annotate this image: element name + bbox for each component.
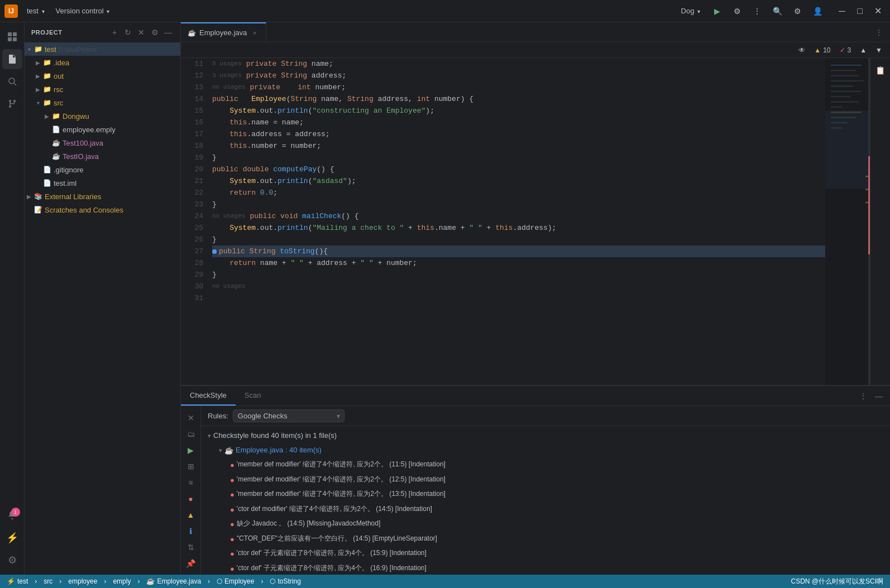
collapse-all-button[interactable]: ⊞ (183, 459, 199, 473)
tab-employee-java[interactable]: ☕ Employee.java × (181, 22, 266, 42)
sort-button[interactable]: ⇅ (183, 540, 199, 554)
activity-git-icon[interactable] (2, 94, 22, 114)
result-item-5[interactable]: ●"CTOR_DEF"之前应该有一个空白行。 (14:5) [EmptyLine… (201, 532, 890, 547)
tree-item-external-lib[interactable]: ▶📚External Libraries (25, 190, 180, 203)
tree-item-src[interactable]: ▾📁src (25, 96, 180, 109)
result-item-4[interactable]: ●缺少 Javadoc 。 (14:5) [MissingJavadocMeth… (201, 517, 890, 532)
tree-arrow-rsc: ▶ (34, 85, 42, 94)
hide-hints-button[interactable]: 👁 (795, 45, 808, 55)
svg-rect-16 (831, 96, 850, 97)
tree-item-out[interactable]: ▶📁out (25, 69, 180, 83)
nav-down-button[interactable]: ▼ (872, 45, 886, 55)
pin-button[interactable]: 📌 (183, 556, 199, 570)
result-item-7[interactable]: ●'ctor def' 子元素缩进了8个缩进符, 应为4个。 (16:9) [I… (201, 561, 890, 575)
status-class[interactable]: ⬡ Employee (214, 577, 256, 585)
menu-item-profile[interactable]: Dog ▾ (677, 4, 705, 17)
errors-button[interactable]: ✓ 3 (836, 45, 855, 55)
tree-arrow-test-iml (34, 179, 42, 187)
line-num-15: 15 (185, 105, 203, 117)
code-text-18: this.number = number; (212, 140, 321, 152)
panel-close-button[interactable]: — (872, 389, 886, 403)
status-file[interactable]: ☕ Employee.java (144, 577, 203, 585)
bottom-tab-right: ⋮ — (856, 386, 890, 406)
search-button[interactable]: 🔍 (769, 3, 785, 19)
status-method[interactable]: ⬡ toString (267, 577, 303, 585)
code-line-18: this.number = number; (212, 140, 825, 152)
result-item-2[interactable]: ●'member def modifier' 缩进了4个缩进符, 应为2个。 (… (201, 487, 890, 502)
tree-arrow-testio (42, 152, 51, 161)
code-line-29: return name + " " + address + " " + numb… (212, 257, 825, 269)
rules-select[interactable]: Google Checks (233, 409, 344, 422)
code-lines: 5 usagesprivate String name;3 usagespriv… (208, 58, 825, 385)
tree-item-testio[interactable]: ☕TestIO.java (25, 150, 180, 163)
result-tree: ▾Checkstyle found 40 item(s) in 1 file(s… (201, 426, 890, 575)
status-employee[interactable]: employee (66, 577, 99, 585)
result-item-6[interactable]: ●'ctor def' 子元素缩进了8个缩进符, 应为4个。 (15:9) [I… (201, 546, 890, 561)
sidebar-settings-icon[interactable]: ⚙ (149, 27, 160, 38)
usage-hint-24: no usages (212, 210, 245, 222)
svg-rect-18 (831, 107, 842, 108)
warning-filter-button[interactable]: ▲ (183, 508, 199, 522)
run-button[interactable]: ▶ (709, 3, 725, 19)
status-src[interactable]: src (41, 577, 55, 585)
stop-button[interactable]: ✕ (183, 411, 199, 425)
tab-close-button[interactable]: × (250, 28, 259, 37)
nav-up-button[interactable]: ▲ (856, 45, 870, 55)
tree-item-test-iml[interactable]: 📄test.iml (25, 176, 180, 190)
tree-item-test[interactable]: ▾📁test D:\javaPrj\test (25, 42, 180, 56)
result-summary[interactable]: ▾Checkstyle found 40 item(s) in 1 file(s… (201, 428, 890, 443)
tree-item-employee-emply[interactable]: 📄employee.emply (25, 123, 180, 136)
build-button[interactable]: ⚙ (729, 3, 745, 19)
tree-item-gitignore[interactable]: 📄.gitignore (25, 163, 180, 176)
warnings-button[interactable]: ▲ 10 (811, 45, 834, 55)
file-icon-external-lib: 📚 (34, 192, 42, 201)
tree-item-test100[interactable]: ☕Test100.java (25, 136, 180, 150)
tree-item-dongwu[interactable]: ▶📁Dongwu (25, 109, 180, 123)
settings-button[interactable]: ⚙ (789, 3, 805, 19)
svg-rect-12 (831, 75, 859, 76)
activity-bottom-icon[interactable]: ⚙ (2, 550, 22, 570)
tree-item-rsc[interactable]: ▶📁rsc (25, 83, 180, 96)
people-button[interactable]: 👤 (810, 3, 825, 19)
sidebar-collapse-icon[interactable]: — (162, 27, 174, 38)
menu-item-project[interactable]: test ▾ (22, 4, 49, 17)
tree-item-idea[interactable]: ▶📁.idea (25, 56, 180, 69)
clear-button[interactable]: 🗂 (183, 427, 199, 441)
more-menu-button[interactable]: ⋮ (749, 3, 765, 19)
tab-checkstyle[interactable]: CheckStyle (181, 386, 236, 406)
info-filter-button[interactable]: ℹ (183, 524, 199, 538)
line-num-18: 18 (185, 140, 203, 152)
tree-item-scratches[interactable]: 📝Scratches and Consoles (25, 203, 180, 216)
code-editor[interactable]: 1112131415161718192021222324252627282930… (181, 58, 825, 385)
svg-rect-2 (8, 37, 12, 41)
sidebar-add-icon[interactable]: + (109, 27, 120, 38)
status-project-label: test (17, 577, 28, 585)
status-emply[interactable]: emply (111, 577, 133, 585)
app-logo: IJ (4, 4, 18, 18)
status-project[interactable]: ⚡ test (4, 577, 30, 585)
activity-search-icon[interactable] (2, 71, 22, 91)
panel-more-button[interactable]: ⋮ (856, 389, 870, 403)
file-icon-out: 📁 (42, 71, 51, 80)
expand-all-button[interactable]: ≡ (183, 475, 199, 489)
menu-item-version-control[interactable]: Version control ▾ (51, 4, 114, 17)
result-item-3[interactable]: ●'ctor def modifier' 缩进了4个缩进符, 应为2个。 (14… (201, 502, 890, 517)
sidebar-close-icon[interactable]: ✕ (136, 27, 147, 38)
activity-plugins-icon[interactable]: ⚡ (2, 528, 22, 548)
result-file[interactable]: ▾☕Employee.java : 40 item(s) (201, 443, 890, 458)
error-filter-button[interactable]: ● (183, 491, 199, 505)
minimize-button[interactable]: ─ (834, 3, 850, 19)
run-check-button[interactable]: ▶ (183, 443, 199, 457)
tab-more-button[interactable]: ⋮ (872, 26, 886, 39)
tab-scan[interactable]: Scan (236, 386, 270, 406)
right-panel-btn1[interactable]: 📋 (873, 62, 888, 78)
activity-notifications-icon[interactable]: 1 (2, 505, 22, 526)
code-text-13: private int number; (250, 81, 346, 93)
sidebar-refresh-icon[interactable]: ↻ (122, 27, 133, 38)
close-button[interactable]: ✕ (870, 3, 886, 19)
result-item-0[interactable]: ●'member def modifier' 缩进了4个缩进符, 应为2个。 (… (201, 457, 890, 473)
maximize-button[interactable]: □ (852, 3, 868, 19)
activity-project-icon[interactable] (2, 27, 22, 47)
activity-files-icon[interactable] (2, 49, 22, 69)
result-item-1[interactable]: ●'member def modifier' 缩进了4个缩进符, 应为2个。 (… (201, 473, 890, 488)
